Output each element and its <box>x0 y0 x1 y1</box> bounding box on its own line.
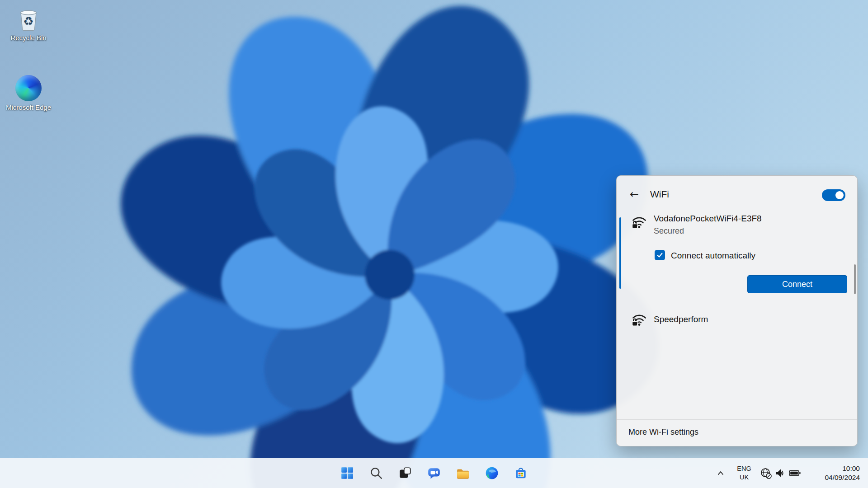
chat-button[interactable] <box>423 462 445 484</box>
wifi-secured-icon <box>631 214 647 230</box>
start-button[interactable] <box>336 462 358 484</box>
speaker-icon <box>774 466 787 480</box>
checkmark-icon <box>656 252 663 258</box>
selected-network-indicator <box>619 217 621 289</box>
edge-browser-button[interactable] <box>481 462 503 484</box>
divider <box>617 303 857 303</box>
connect-button[interactable]: Connect <box>747 275 847 293</box>
task-view-icon <box>398 466 412 480</box>
language-indicator[interactable]: ENG UK <box>733 465 755 482</box>
volume-button[interactable] <box>773 463 788 483</box>
search-icon <box>369 466 383 480</box>
desktop[interactable]: ♻ Recycle Bin Microsoft Edge ← WiFi Voda <box>0 0 868 488</box>
language-line2: UK <box>733 473 755 482</box>
chevron-up-icon <box>714 466 727 480</box>
taskbar-center-icons <box>336 458 532 488</box>
show-hidden-icons-button[interactable] <box>712 463 730 483</box>
wifi-secured-icon <box>631 311 647 328</box>
clock-date: 04/09/2024 <box>807 473 860 482</box>
system-tray: ENG UK <box>712 458 868 488</box>
desktop-icon-label: Recycle Bin <box>10 34 46 42</box>
network-status-button[interactable] <box>759 463 773 483</box>
desktop-icon-label: Microsoft Edge <box>6 103 51 112</box>
network-status: Secured <box>654 226 684 236</box>
network-name[interactable]: VodafonePocketWiFi4-E3F8 <box>654 214 762 224</box>
desktop-icon-microsoft-edge[interactable]: Microsoft Edge <box>2 75 55 112</box>
more-wifi-settings-link[interactable]: More Wi-Fi settings <box>628 427 698 437</box>
task-view-button[interactable] <box>394 462 416 484</box>
globe-no-internet-icon <box>759 466 773 480</box>
microsoft-store-button[interactable] <box>510 462 532 484</box>
file-explorer-button[interactable] <box>452 462 474 484</box>
divider <box>617 419 857 420</box>
battery-icon <box>788 466 802 480</box>
edge-icon <box>15 75 42 101</box>
network-name[interactable]: Speedperform <box>654 314 708 324</box>
start-icon <box>340 466 354 480</box>
wifi-flyout: ← WiFi VodafonePocketWiFi4-E3F8 Secured … <box>616 175 858 446</box>
language-line1: ENG <box>733 465 755 473</box>
clock[interactable]: 10:00 04/09/2024 <box>807 464 860 482</box>
scrollbar-thumb[interactable] <box>854 264 856 294</box>
taskbar: ENG UK <box>0 458 868 488</box>
clock-time: 10:00 <box>807 464 860 473</box>
wifi-panel-title: WiFi <box>650 189 669 200</box>
wifi-toggle[interactable] <box>822 189 845 201</box>
connect-automatically-checkbox[interactable] <box>655 250 665 260</box>
edge-icon <box>485 466 499 480</box>
chat-icon <box>427 466 441 480</box>
recycle-bin-icon: ♻ <box>15 5 42 32</box>
back-button[interactable]: ← <box>626 186 643 203</box>
connect-automatically-label[interactable]: Connect automatically <box>671 251 755 261</box>
back-arrow-icon: ← <box>630 188 639 201</box>
search-button[interactable] <box>365 462 387 484</box>
desktop-icon-recycle-bin[interactable]: ♻ Recycle Bin <box>2 5 55 42</box>
store-icon <box>514 466 528 480</box>
svg-text:♻: ♻ <box>23 14 33 28</box>
battery-button[interactable] <box>788 463 802 483</box>
wifi-toggle-knob <box>835 191 844 199</box>
file-explorer-icon <box>456 466 470 480</box>
